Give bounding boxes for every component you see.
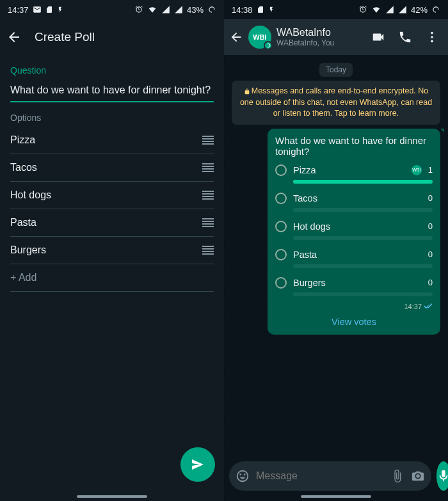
message-input-bar <box>229 461 443 491</box>
voice-call-icon[interactable] <box>398 30 412 44</box>
poll-option-row[interactable] <box>10 154 214 182</box>
video-call-icon[interactable] <box>371 30 385 44</box>
chat-avatar[interactable]: WBI <box>248 26 271 49</box>
chat-title-bar: WBI WABetaInfo WABetaInfo, You <box>224 19 448 55</box>
drag-handle-icon[interactable] <box>202 218 214 227</box>
back-arrow-icon[interactable] <box>6 29 22 45</box>
encryption-notice[interactable]: Messages and calls are end-to-end encryp… <box>232 81 440 125</box>
poll-message: What do we want to have for dinner tonig… <box>268 129 440 335</box>
vote-count: 0 <box>428 278 433 287</box>
gmail-icon <box>33 5 42 14</box>
vote-count: 0 <box>428 221 433 231</box>
vote-count: 0 <box>428 250 433 259</box>
poll-result-option[interactable]: Burgers0 <box>275 277 433 296</box>
page-title: Create Poll <box>35 30 95 44</box>
poll-option-label: Hot dogs <box>293 221 422 232</box>
status-time: 14:38 <box>232 5 253 15</box>
signal-icon-2 <box>398 5 407 14</box>
sim-icon <box>257 5 264 14</box>
mic-button[interactable] <box>436 461 448 491</box>
alarm-icon <box>134 5 143 14</box>
add-option-button[interactable]: + Add <box>10 264 214 292</box>
drag-handle-icon[interactable] <box>202 163 214 172</box>
drag-handle-icon[interactable] <box>202 246 214 255</box>
attach-icon[interactable] <box>390 469 404 483</box>
radio-icon[interactable] <box>275 193 287 204</box>
chat-screen: 14:38 42% WBI WABetaInfo WABetaInfo, You… <box>224 0 448 501</box>
spinner-icon <box>431 5 440 14</box>
wifi-icon <box>371 5 381 14</box>
read-receipt-icon <box>424 303 433 310</box>
camera-icon[interactable] <box>411 469 425 483</box>
poll-option-label: Burgers <box>293 278 422 288</box>
poll-option-row[interactable] <box>10 182 214 209</box>
create-poll-screen: 14:37 43% Create Poll Question Options +… <box>0 0 224 501</box>
poll-option-input[interactable] <box>10 134 202 146</box>
date-chip: Today <box>319 63 353 77</box>
chat-subtitle: WABetaInfo, You <box>276 38 366 47</box>
radio-icon[interactable] <box>275 249 287 260</box>
svg-point-0 <box>431 32 433 35</box>
radio-icon[interactable] <box>275 221 287 232</box>
signal-icon-2 <box>174 5 183 14</box>
alarm-icon <box>358 5 367 14</box>
svg-point-2 <box>431 40 433 43</box>
view-votes-button[interactable]: View votes <box>275 310 433 330</box>
status-time: 14:37 <box>8 5 29 15</box>
question-input[interactable] <box>10 79 214 102</box>
back-arrow-icon[interactable] <box>229 30 243 44</box>
message-input[interactable] <box>256 470 384 482</box>
lock-icon <box>244 88 250 95</box>
radio-icon[interactable] <box>275 277 287 289</box>
poll-option-label: Pizza <box>293 165 403 175</box>
drag-handle-icon[interactable] <box>202 191 214 200</box>
chat-name: WABetaInfo <box>276 27 366 38</box>
poll-option-input[interactable] <box>10 244 202 256</box>
options-label: Options <box>0 102 224 127</box>
poll-option-input[interactable] <box>10 217 202 228</box>
vote-bar <box>293 264 433 268</box>
status-bar: 14:38 42% <box>224 0 448 19</box>
drag-handle-icon[interactable] <box>202 136 214 145</box>
vote-count: 0 <box>428 193 433 203</box>
send-poll-button[interactable] <box>180 447 215 482</box>
voter-avatar: WBI <box>412 165 422 175</box>
message-field[interactable] <box>229 461 431 491</box>
emoji-icon[interactable] <box>236 469 250 483</box>
mic-icon <box>436 469 448 483</box>
android-nav-bar <box>224 492 448 501</box>
chat-body: Today Messages and calls are end-to-end … <box>224 55 448 501</box>
question-label: Question <box>0 55 224 79</box>
chat-title-block[interactable]: WABetaInfo WABetaInfo, You <box>276 27 366 47</box>
vote-bar <box>293 292 433 296</box>
spinner-icon <box>207 5 216 14</box>
poll-option-input[interactable] <box>10 189 202 201</box>
battery-text: 42% <box>411 5 428 15</box>
radio-icon[interactable] <box>275 164 287 176</box>
vote-bar <box>293 208 433 212</box>
poll-result-option[interactable]: Pasta0 <box>275 249 433 268</box>
poll-result-option[interactable]: PizzaWBI1 <box>275 164 433 184</box>
poll-option-label: Tacos <box>293 193 422 203</box>
wifi-icon <box>147 5 157 14</box>
more-menu-icon[interactable] <box>425 30 439 44</box>
signal-icon <box>385 5 394 14</box>
poll-option-row[interactable] <box>10 127 214 154</box>
poll-result-option[interactable]: Tacos0 <box>275 193 433 212</box>
poll-option-row[interactable] <box>10 237 214 264</box>
poll-result-option[interactable]: Hot dogs0 <box>275 221 433 240</box>
svg-point-1 <box>431 36 433 38</box>
bolt-icon <box>57 5 63 14</box>
poll-option-input[interactable] <box>10 162 202 173</box>
vote-count: 1 <box>428 165 433 175</box>
poll-option-label: Pasta <box>293 250 422 260</box>
message-timestamp: 14:37 <box>275 303 433 310</box>
signal-icon <box>161 5 170 14</box>
poll-option-row[interactable] <box>10 209 214 237</box>
send-icon <box>190 457 205 472</box>
vote-bar <box>293 236 433 240</box>
poll-question: What do we want to have for dinner tonig… <box>275 135 433 157</box>
sim-icon <box>45 5 53 14</box>
status-bar: 14:37 43% <box>0 0 224 19</box>
battery-text: 43% <box>187 5 204 15</box>
